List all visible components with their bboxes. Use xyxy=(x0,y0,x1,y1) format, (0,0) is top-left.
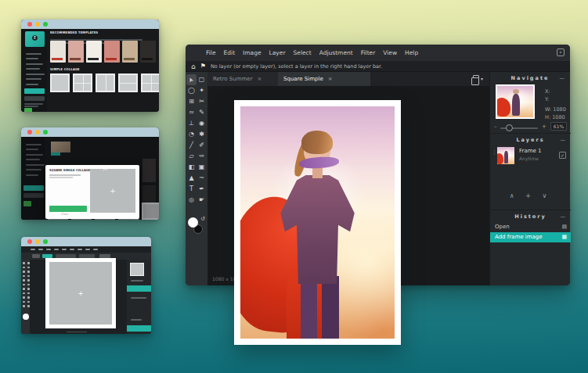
tool-icon-dot[interactable] xyxy=(23,284,25,286)
hand-tool-icon[interactable]: ☛ xyxy=(197,195,207,206)
zoom-tool-icon[interactable]: ◎ xyxy=(186,195,197,206)
template-thumbnail[interactable] xyxy=(122,41,138,63)
menu-item-bar[interactable] xyxy=(70,249,74,250)
tab-square-simple[interactable]: Square Simple × xyxy=(278,72,370,86)
tool-icon-dot[interactable] xyxy=(23,279,25,282)
navigator-thumbnail[interactable] xyxy=(130,263,144,276)
template-thumbnail[interactable] xyxy=(104,41,120,63)
tool-icon-dot[interactable] xyxy=(23,275,25,278)
language-badge[interactable] xyxy=(24,108,32,112)
menu-help[interactable]: Help xyxy=(405,49,418,56)
bokeh-tool-icon[interactable]: ✱ xyxy=(197,129,207,140)
tool-icon-dot[interactable] xyxy=(27,262,30,264)
collapse-history-icon[interactable]: — xyxy=(561,210,566,223)
template-thumbnail[interactable] xyxy=(140,41,156,63)
tab-options[interactable]: ▾ xyxy=(473,75,483,81)
foreground-color-swatch[interactable] xyxy=(188,217,198,228)
tool-icon-dot[interactable] xyxy=(27,284,30,286)
menu-item-bar[interactable] xyxy=(85,249,90,250)
template-thumbnail[interactable] xyxy=(86,41,102,63)
minimize-traffic-light[interactable] xyxy=(35,130,40,134)
marquee-tool-icon[interactable]: ▢ xyxy=(197,74,207,85)
shape-tool-icon[interactable]: ▣ xyxy=(197,162,207,173)
minimize-traffic-light[interactable] xyxy=(35,239,40,244)
move-layer-down-icon[interactable]: ∨ xyxy=(542,192,551,199)
tool-icon-dot[interactable] xyxy=(27,301,30,303)
menu-item-bar[interactable] xyxy=(62,249,67,250)
selected-history-row[interactable] xyxy=(127,325,151,332)
sidebar-menu-item[interactable] xyxy=(26,53,41,55)
menu-image[interactable]: Image xyxy=(243,49,262,56)
collage-layout-quad[interactable] xyxy=(73,74,92,92)
menu-item-bar[interactable] xyxy=(46,249,51,250)
dialog-close-icon[interactable]: × xyxy=(103,164,124,172)
smudge-tool-icon[interactable]: ~ xyxy=(197,173,207,184)
clone-stamp-tool-icon[interactable]: ⊥ xyxy=(186,118,197,129)
tool-icon-dot[interactable] xyxy=(27,288,30,290)
menu-filter[interactable]: Filter xyxy=(361,49,376,56)
menu-item-bar[interactable] xyxy=(38,249,43,250)
tool-icon-dot[interactable] xyxy=(23,301,25,303)
menu-item-bar[interactable] xyxy=(93,249,98,250)
tab-close-icon[interactable]: × xyxy=(258,76,262,82)
primary-action-button[interactable] xyxy=(24,88,45,94)
tool-icon-dot[interactable] xyxy=(23,271,25,273)
pencil-tool-icon[interactable]: ✎ xyxy=(197,107,207,118)
maximize-traffic-light[interactable] xyxy=(43,22,48,27)
fill-tool-icon[interactable]: ◧ xyxy=(186,162,197,173)
layer-row-frame-1[interactable]: ⋮⋮ Frame 1 Anytime ✓ xyxy=(490,145,571,167)
move-layer-up-icon[interactable]: ∧ xyxy=(510,192,519,199)
collage-preview[interactable]: + × xyxy=(90,169,135,213)
text-tool-icon[interactable]: T xyxy=(186,184,197,195)
tool-icon-dot[interactable] xyxy=(23,292,25,295)
collage-layout-single[interactable] xyxy=(50,74,70,92)
maximize-traffic-light[interactable] xyxy=(43,239,48,244)
tool-icon-dot[interactable] xyxy=(27,292,30,295)
minimize-traffic-light[interactable] xyxy=(35,22,40,27)
collage-layout-v[interactable] xyxy=(96,74,115,92)
add-image-plus[interactable]: + xyxy=(110,187,116,195)
sidebar-menu-item[interactable] xyxy=(26,68,40,70)
selected-layer-row[interactable] xyxy=(127,285,151,292)
eraser-tool-icon[interactable]: ▱ xyxy=(186,151,197,162)
menu-select[interactable]: Select xyxy=(294,49,312,56)
close-traffic-light[interactable] xyxy=(27,22,32,27)
zoom-percent-field[interactable]: 61% xyxy=(550,122,567,131)
brush-tool-icon[interactable]: ✐ xyxy=(197,140,207,151)
sidebar-menu-item[interactable] xyxy=(26,78,41,80)
crop-tool-icon[interactable]: ⊞ xyxy=(186,96,197,107)
secondary-action-button[interactable] xyxy=(24,96,45,101)
menu-file[interactable]: File xyxy=(206,49,216,56)
tool-icon-dot[interactable] xyxy=(27,271,30,273)
sidebar-menu-item[interactable] xyxy=(26,84,38,85)
template-thumbnail[interactable] xyxy=(68,41,84,63)
close-traffic-light[interactable] xyxy=(27,130,32,134)
history-step-add-frame-image[interactable]: Add frame image ▦ xyxy=(490,232,571,242)
layer-visibility-checkbox[interactable]: ✓ xyxy=(559,152,566,159)
menu-view[interactable]: View xyxy=(383,49,397,56)
cut-tool-icon[interactable]: ✂ xyxy=(197,96,207,107)
collage-layout-h[interactable] xyxy=(118,74,138,92)
eyedropper-tool-icon[interactable]: ╱ xyxy=(186,140,197,151)
blur-tool-icon[interactable]: ◉ xyxy=(197,118,207,129)
menu-edit[interactable]: Edit xyxy=(224,49,236,56)
tool-icon-dot[interactable] xyxy=(27,267,30,269)
tab-retro-summer[interactable]: Retro Summer × xyxy=(207,72,278,86)
zoom-out-icon[interactable]: – xyxy=(494,124,497,130)
menu-adjustment[interactable]: Adjustment xyxy=(319,49,353,56)
tool-icon-dot[interactable] xyxy=(23,296,25,299)
ink-tool-icon[interactable]: ✑ xyxy=(197,151,207,162)
collapse-navigate-icon[interactable]: — xyxy=(560,72,565,84)
duplicate-view-icon[interactable] xyxy=(473,75,479,81)
menu-layer[interactable]: Layer xyxy=(269,49,286,56)
sidebar-menu-item[interactable] xyxy=(26,74,45,75)
swap-colors-icon[interactable]: ↺ xyxy=(200,216,205,222)
history-step-open[interactable]: Open ▤ xyxy=(490,222,571,232)
dodge-tool-icon[interactable]: ◔ xyxy=(186,129,197,140)
dialog-close-link[interactable]: Close xyxy=(61,213,69,216)
close-traffic-light[interactable] xyxy=(27,239,32,244)
chevron-down-icon[interactable]: ▾ xyxy=(481,76,483,81)
sidebar-menu-item[interactable] xyxy=(26,58,38,59)
pen-tool-icon[interactable]: ✒ xyxy=(197,184,207,195)
move-tool-icon[interactable]: ➤ xyxy=(186,74,197,85)
